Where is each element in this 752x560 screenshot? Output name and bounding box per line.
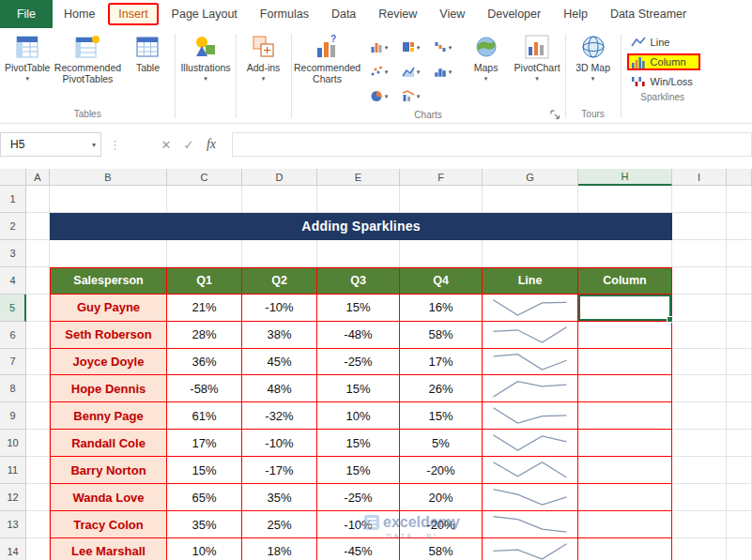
cancel-icon[interactable]: ✕ [155,138,177,152]
insert-hierarchy-chart-button[interactable]: ▾ [395,35,427,59]
cell-a13[interactable] [26,511,50,538]
cell-a4[interactable] [26,267,50,295]
cell-d1[interactable] [242,186,317,213]
cell-i5[interactable] [672,295,727,322]
cell-e6[interactable]: -48% [317,322,400,349]
cell-c9[interactable]: 61% [167,402,242,430]
illustrations-button[interactable]: Illustrations ▾ [177,31,233,83]
cell-e11[interactable]: 15% [317,457,400,484]
insert-function-icon[interactable]: fx [200,137,223,152]
cell-a10[interactable] [26,430,50,457]
tab-developer[interactable]: Developer [476,0,552,28]
cell-c12[interactable]: 65% [167,484,242,511]
file-tab[interactable]: File [0,0,53,28]
charts-dialog-launcher-icon[interactable] [550,110,560,120]
cell-g12-line-sparkline[interactable] [483,484,578,511]
cell-h7[interactable] [578,349,672,376]
pivotchart-button[interactable]: PivotChart ▾ [512,31,563,83]
insert-column-chart-button[interactable]: ▾ [363,35,395,59]
cell-d10[interactable]: -10% [242,430,317,457]
cell-e13[interactable]: -10% [317,511,400,538]
cell-i3[interactable] [672,240,727,267]
cell-c7[interactable]: 36% [167,349,242,376]
cell-e5[interactable]: 15% [317,295,400,322]
cell-b14-salesperson[interactable]: Lee Marshall [50,538,167,560]
cell-c14[interactable]: 10% [167,538,242,560]
cell-g10-line-sparkline[interactable] [483,430,578,457]
cell-f14[interactable]: 58% [400,538,483,560]
cell-d3[interactable] [242,240,317,267]
cell-i8[interactable] [672,375,727,402]
cell-c1[interactable] [167,186,242,213]
cell-b11-salesperson[interactable]: Barry Norton [50,457,167,484]
insert-scatter-chart-button[interactable]: ▾ [363,59,395,83]
cell-c6[interactable]: 28% [167,322,242,349]
insert-waterfall-chart-button[interactable]: ▾ [427,35,459,59]
cell-h5[interactable] [578,295,672,322]
cell-f13[interactable]: -20% [400,511,483,538]
insert-combo-chart-button[interactable]: ▾ [395,83,427,108]
cell-b12-salesperson[interactable]: Wanda Love [50,484,167,511]
column-header-a[interactable]: A [26,169,50,186]
cell-h1[interactable] [578,186,672,213]
cell-a14[interactable] [26,538,50,560]
cell-f5[interactable]: 16% [400,295,483,322]
cell-b10-salesperson[interactable]: Randall Cole [50,430,167,457]
cell-g6-line-sparkline[interactable] [483,322,578,349]
cell-f1[interactable] [400,186,483,213]
cell-d5[interactable]: -10% [242,295,317,322]
column-header-h[interactable]: H [578,169,672,186]
cell-d7[interactable]: 45% [242,349,317,376]
name-box[interactable]: H5 ▾ [0,132,101,157]
cell-f12[interactable]: 20% [400,484,483,511]
cell-g14-line-sparkline[interactable] [483,538,578,560]
cell-c8[interactable]: -58% [167,375,242,402]
cell-a1[interactable] [26,186,50,213]
cell-a6[interactable] [26,322,50,349]
insert-line-area-chart-button[interactable]: ▾ [395,59,427,83]
cell-c13[interactable]: 35% [167,511,242,538]
sparkline-line-button[interactable]: Line [627,34,700,51]
cell-i2[interactable] [672,213,727,240]
cell-i10[interactable] [672,430,727,457]
cell-i9[interactable] [672,402,727,430]
tab-page-layout[interactable]: Page Layout [161,0,249,28]
cell-g5-line-sparkline[interactable] [483,295,578,322]
cell-b6-salesperson[interactable]: Seth Roberson [50,322,167,349]
cell-f11[interactable]: -20% [400,457,483,484]
row-header-6[interactable]: 6 [0,322,26,349]
sparkline-column-button[interactable]: Column [627,53,700,70]
cell-e10[interactable]: 15% [317,430,400,457]
cell-b8-salesperson[interactable]: Hope Dennis [50,375,167,402]
tab-data[interactable]: Data [320,0,367,28]
row-header-4[interactable]: 4 [0,267,26,295]
cell-e1[interactable] [317,186,400,213]
cell-e14[interactable]: -45% [317,538,400,560]
cell-a2[interactable] [26,213,50,240]
cell-h8[interactable] [578,375,672,402]
tab-home[interactable]: Home [53,0,106,28]
cell-f8[interactable]: 26% [400,375,483,402]
cell-h9[interactable] [578,402,672,430]
cell-b9-salesperson[interactable]: Benny Page [50,402,167,430]
cell-c5[interactable]: 21% [167,295,242,322]
cell-e3[interactable] [317,240,400,267]
tab-view[interactable]: View [428,0,476,28]
select-all-button[interactable] [0,169,26,186]
cell-g1[interactable] [483,186,578,213]
tab-insert[interactable]: Insert [108,3,158,25]
recommended-charts-button[interactable]: ? Recommended Charts [294,31,361,84]
cell-b5-salesperson[interactable]: Guy Payne [50,295,167,322]
3d-map-button[interactable]: 3D Map ▾ [568,31,619,83]
cell-a7[interactable] [26,349,50,376]
column-header-b[interactable]: B [50,169,167,186]
cell-d11[interactable]: -17% [242,457,317,484]
recommended-pivottables-button[interactable]: Recommended PivotTables [53,31,122,84]
cell-i12[interactable] [672,484,727,511]
cell-g9-line-sparkline[interactable] [483,402,578,430]
cell-i13[interactable] [672,511,727,538]
cell-g7-line-sparkline[interactable] [483,349,578,376]
cell-h10[interactable] [578,430,672,457]
cell-i6[interactable] [672,322,727,349]
cell-c11[interactable]: 15% [167,457,242,484]
